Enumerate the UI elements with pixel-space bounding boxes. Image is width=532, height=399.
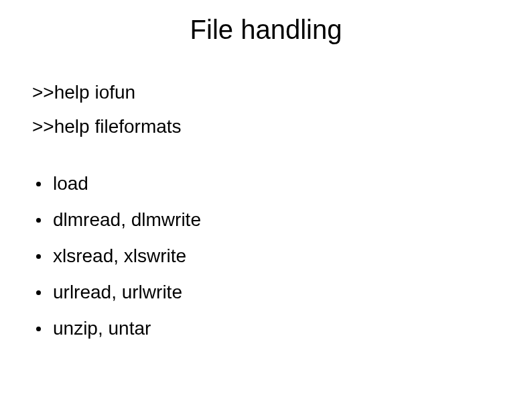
bullet-icon [36,254,41,259]
list-item-text: xlsread, xlswrite [53,245,186,267]
bullet-list: load dlmread, dlmwrite xlsread, xlswrite… [32,173,201,354]
list-item: unzip, untar [32,318,201,339]
list-item: load [32,173,201,194]
list-item-text: urlread, urlwrite [53,282,182,303]
list-item: urlread, urlwrite [32,282,201,303]
bullet-icon [36,182,41,186]
bullet-icon [36,218,41,223]
list-item: xlsread, xlswrite [32,245,201,267]
command-line: >>help fileformats [32,112,182,142]
command-block: >>help iofun >>help fileformats [32,78,182,146]
slide: File handling >>help iofun >>help filefo… [0,0,532,399]
list-item-text: load [53,173,88,194]
list-item-text: unzip, untar [53,318,151,339]
list-item: dlmread, dlmwrite [32,209,201,231]
slide-title: File handling [0,15,532,45]
bullet-icon [36,327,41,331]
bullet-icon [36,290,41,295]
list-item-text: dlmread, dlmwrite [53,209,201,231]
command-line: >>help iofun [32,78,182,108]
